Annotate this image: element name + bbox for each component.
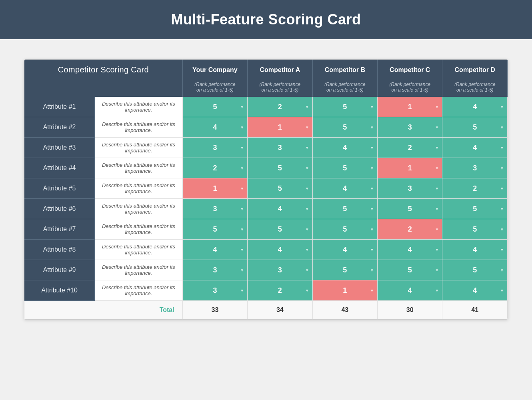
score-cell[interactable]: 3▼: [248, 260, 312, 280]
score-cell[interactable]: 5▼: [312, 260, 377, 280]
score-cell[interactable]: 3▼: [182, 199, 247, 219]
score-cell[interactable]: 5▼: [312, 199, 377, 219]
dropdown-arrow-icon: ▼: [305, 248, 309, 252]
score-cell[interactable]: 1▼: [378, 158, 442, 178]
dropdown-arrow-icon: ▼: [500, 248, 504, 252]
table-row: Attribute #8Describe this attribute and/…: [24, 240, 508, 260]
score-cell[interactable]: 5▼: [312, 117, 377, 138]
dropdown-arrow-icon: ▼: [500, 186, 504, 191]
dropdown-arrow-icon: ▼: [240, 288, 244, 293]
score-cell[interactable]: 4▼: [312, 138, 377, 158]
attribute-name: Attribute #2: [24, 117, 95, 138]
score-cell[interactable]: 3▼: [248, 138, 312, 158]
col-header-competitor-c: Competitor C: [378, 60, 442, 80]
score-cell[interactable]: 4▼: [312, 240, 377, 260]
score-cell[interactable]: 4▼: [182, 117, 247, 138]
score-cell[interactable]: 2▼: [182, 158, 247, 178]
score-cell[interactable]: 5▼: [442, 199, 508, 219]
score-cell[interactable]: 4▼: [442, 240, 508, 260]
score-cell[interactable]: 1▼: [182, 178, 247, 199]
col-subheader-competitor-a: (Rank performanceon a scale of 1-5): [248, 80, 312, 97]
attribute-name: Attribute #6: [24, 199, 95, 219]
dropdown-arrow-icon: ▼: [370, 268, 374, 272]
dropdown-arrow-icon: ▼: [370, 166, 374, 170]
score-cell[interactable]: 3▼: [182, 138, 247, 158]
dropdown-arrow-icon: ▼: [500, 146, 504, 150]
dropdown-arrow-icon: ▼: [435, 125, 439, 130]
col-header-competitor-b: Competitor B: [312, 60, 377, 80]
score-cell[interactable]: 5▼: [248, 158, 312, 178]
score-cell[interactable]: 3▼: [378, 178, 442, 199]
dropdown-arrow-icon: ▼: [240, 166, 244, 170]
score-cell[interactable]: 5▼: [442, 219, 508, 240]
dropdown-arrow-icon: ▼: [305, 288, 309, 293]
col-subheader-your-company: (Rank performanceon a scale of 1-5): [182, 80, 247, 97]
score-cell[interactable]: 1▼: [378, 97, 442, 117]
col-header-competitor-a: Competitor A: [248, 60, 312, 80]
dropdown-arrow-icon: ▼: [435, 207, 439, 211]
score-cell[interactable]: 5▼: [182, 97, 247, 117]
score-cell[interactable]: 3▼: [182, 280, 247, 301]
table-row: Attribute #1Describe this attribute and/…: [24, 97, 508, 117]
score-cell[interactable]: 5▼: [312, 219, 377, 240]
dropdown-arrow-icon: ▼: [305, 105, 309, 109]
dropdown-arrow-icon: ▼: [500, 125, 504, 130]
score-cell[interactable]: 5▼: [312, 158, 377, 178]
dropdown-arrow-icon: ▼: [500, 227, 504, 232]
dropdown-arrow-icon: ▼: [435, 268, 439, 272]
dropdown-arrow-icon: ▼: [435, 248, 439, 252]
score-cell[interactable]: 4▼: [312, 178, 377, 199]
scoring-table: Competitor Scoring Card Your Company Com…: [24, 60, 508, 319]
score-cell[interactable]: 4▼: [182, 240, 247, 260]
score-cell[interactable]: 5▼: [442, 117, 508, 138]
total-value: 30: [378, 301, 442, 320]
score-cell[interactable]: 4▼: [378, 240, 442, 260]
score-cell[interactable]: 4▼: [442, 138, 508, 158]
dropdown-arrow-icon: ▼: [240, 248, 244, 252]
total-row: Total3334433041: [24, 301, 508, 320]
table-header-row-1: Competitor Scoring Card Your Company Com…: [24, 60, 508, 80]
table-row: Attribute #2Describe this attribute and/…: [24, 117, 508, 138]
score-cell[interactable]: 5▼: [182, 219, 247, 240]
score-cell[interactable]: 4▼: [378, 280, 442, 301]
dropdown-arrow-icon: ▼: [305, 166, 309, 170]
dropdown-arrow-icon: ▼: [305, 186, 309, 191]
score-cell[interactable]: 5▼: [442, 260, 508, 280]
score-cell[interactable]: 2▼: [378, 219, 442, 240]
table-header-row-2: (Rank performanceon a scale of 1-5) (Ran…: [24, 80, 508, 97]
score-cell[interactable]: 2▼: [248, 280, 312, 301]
total-value: 43: [312, 301, 377, 320]
score-cell[interactable]: 5▼: [378, 199, 442, 219]
score-cell[interactable]: 4▼: [442, 280, 508, 301]
score-cell[interactable]: 5▼: [378, 260, 442, 280]
score-cell[interactable]: 4▼: [442, 97, 508, 117]
col-header-competitor-d: Competitor D: [442, 60, 508, 80]
dropdown-arrow-icon: ▼: [500, 166, 504, 170]
score-cell[interactable]: 5▼: [248, 178, 312, 199]
score-cell[interactable]: 2▼: [248, 97, 312, 117]
attribute-description: Describe this attribute and/or its impor…: [95, 240, 183, 260]
attribute-description: Describe this attribute and/or its impor…: [95, 158, 183, 178]
col-subheader-competitor-d: (Rank performanceon a scale of 1-5): [442, 80, 508, 97]
score-cell[interactable]: 2▼: [378, 138, 442, 158]
attribute-description: Describe this attribute and/or its impor…: [95, 219, 183, 240]
total-value: 34: [248, 301, 312, 320]
score-cell[interactable]: 3▼: [182, 260, 247, 280]
score-cell[interactable]: 2▼: [442, 178, 508, 199]
scoring-card-label: Competitor Scoring Card: [24, 60, 182, 80]
score-cell[interactable]: 1▼: [248, 117, 312, 138]
score-cell[interactable]: 5▼: [312, 97, 377, 117]
dropdown-arrow-icon: ▼: [435, 227, 439, 232]
attribute-name: Attribute #8: [24, 240, 95, 260]
score-cell[interactable]: 4▼: [248, 199, 312, 219]
attribute-name: Attribute #7: [24, 219, 95, 240]
score-cell[interactable]: 3▼: [442, 158, 508, 178]
dropdown-arrow-icon: ▼: [370, 125, 374, 130]
score-cell[interactable]: 1▼: [312, 280, 377, 301]
score-cell[interactable]: 4▼: [248, 240, 312, 260]
dropdown-arrow-icon: ▼: [500, 268, 504, 272]
attribute-description: Describe this attribute and/or its impor…: [95, 138, 183, 158]
page-title: Multi-Feature Scoring Card: [0, 11, 532, 28]
score-cell[interactable]: 3▼: [378, 117, 442, 138]
score-cell[interactable]: 5▼: [248, 219, 312, 240]
